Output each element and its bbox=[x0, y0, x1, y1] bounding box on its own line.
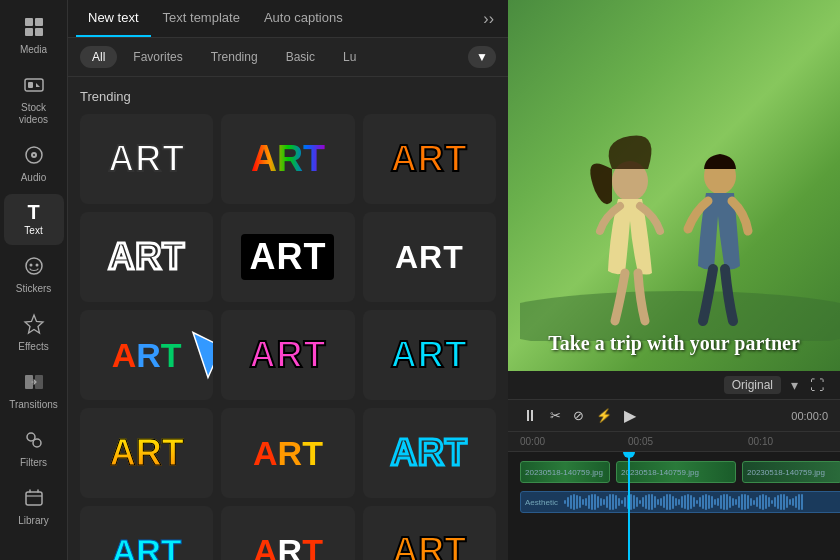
split-button[interactable]: ⚡ bbox=[594, 406, 614, 425]
text-panel: New text Text template Auto captions ›› … bbox=[68, 0, 508, 560]
svg-point-16 bbox=[33, 439, 41, 447]
chevron-down-icon: ▾ bbox=[791, 377, 798, 393]
track-row-audio: Aesthetic // generate wave bars inline d… bbox=[508, 488, 840, 516]
filter-all[interactable]: All bbox=[80, 46, 117, 68]
art-card-3[interactable]: ART bbox=[363, 114, 496, 204]
tab-new-text[interactable]: New text bbox=[76, 0, 151, 37]
sidebar-item-media[interactable]: Media bbox=[4, 8, 64, 64]
art-card-12[interactable]: ART bbox=[363, 408, 496, 498]
fullscreen-button[interactable]: ⛶ bbox=[806, 375, 828, 395]
art-text-6: ART bbox=[395, 239, 464, 276]
sidebar-item-library[interactable]: Library bbox=[4, 479, 64, 535]
filter-basic[interactable]: Basic bbox=[274, 46, 327, 68]
ruler-mark-2: 00:10 bbox=[748, 436, 773, 447]
cursor-arrow-icon bbox=[188, 328, 213, 383]
svg-point-8 bbox=[33, 154, 35, 156]
timeline-time: 00:00:0 bbox=[791, 410, 828, 422]
ruler-mark-1: 00:05 bbox=[628, 436, 653, 447]
track-clip-1[interactable]: 20230518-140759.jpg bbox=[520, 461, 610, 483]
sidebar-item-stickers-label: Stickers bbox=[16, 283, 52, 295]
art-grid: ART ART ART ART ART ART ART bbox=[80, 114, 496, 560]
sidebar-item-effects-label: Effects bbox=[18, 341, 48, 353]
library-icon bbox=[23, 487, 45, 512]
art-card-11[interactable]: ART bbox=[221, 408, 354, 498]
filter-trending[interactable]: Trending bbox=[199, 46, 270, 68]
tab-auto-captions[interactable]: Auto captions bbox=[252, 0, 355, 37]
stickers-icon bbox=[23, 255, 45, 280]
art-text-12: ART bbox=[391, 432, 468, 474]
art-text-8: ART bbox=[249, 334, 326, 376]
tabs-chevron-icon[interactable]: ›› bbox=[477, 6, 500, 32]
sidebar-item-audio-label: Audio bbox=[21, 172, 47, 184]
svg-rect-1 bbox=[35, 18, 43, 26]
svg-point-11 bbox=[35, 264, 38, 267]
art-card-10[interactable]: ART bbox=[80, 408, 213, 498]
sidebar-item-media-label: Media bbox=[20, 44, 47, 56]
art-card-15[interactable]: ART bbox=[363, 506, 496, 560]
art-card-14[interactable]: ART bbox=[221, 506, 354, 560]
sidebar-item-transitions[interactable]: Transitions bbox=[4, 363, 64, 419]
effects-icon bbox=[23, 313, 45, 338]
original-badge[interactable]: Original bbox=[724, 376, 781, 394]
track-clip-audio[interactable]: Aesthetic // generate wave bars inline d… bbox=[520, 491, 840, 513]
sidebar-item-text-label: Text bbox=[24, 225, 42, 237]
filter-dropdown[interactable]: ▼ bbox=[468, 46, 496, 68]
svg-rect-3 bbox=[35, 28, 43, 36]
art-card-6[interactable]: ART bbox=[363, 212, 496, 302]
video-subtitle: Take a trip with your partner bbox=[548, 332, 800, 355]
track-clip-3[interactable]: 20230518-140759.jpg bbox=[742, 461, 840, 483]
art-text-4: ART bbox=[108, 236, 185, 278]
art-text-13: ART bbox=[112, 532, 182, 561]
filter-lu[interactable]: Lu bbox=[331, 46, 368, 68]
art-text-3: ART bbox=[391, 138, 468, 180]
sidebar: Media Stock videos Audio T Text bbox=[0, 0, 68, 560]
sidebar-item-effects[interactable]: Effects bbox=[4, 305, 64, 361]
svg-rect-4 bbox=[25, 79, 43, 91]
art-card-7[interactable]: ART bbox=[80, 310, 213, 400]
sidebar-item-audio[interactable]: Audio bbox=[4, 136, 64, 192]
art-card-2[interactable]: ART bbox=[221, 114, 354, 204]
art-card-1[interactable]: ART bbox=[80, 114, 213, 204]
art-card-9[interactable]: ART bbox=[363, 310, 496, 400]
sidebar-item-stock-label: Stock videos bbox=[8, 102, 60, 126]
filter-favorites[interactable]: Favorites bbox=[121, 46, 194, 68]
art-card-5[interactable]: ART bbox=[221, 212, 354, 302]
timeline-ruler: 00:00 00:05 00:10 bbox=[508, 432, 840, 452]
timeline-playhead[interactable] bbox=[628, 452, 630, 560]
pause-button[interactable]: ⏸ bbox=[520, 405, 540, 427]
art-text-10: ART bbox=[110, 432, 184, 474]
svg-point-9 bbox=[26, 258, 42, 274]
sidebar-item-stickers[interactable]: Stickers bbox=[4, 247, 64, 303]
filters-icon bbox=[23, 429, 45, 454]
panel-tabs: New text Text template Auto captions ›› bbox=[68, 0, 508, 38]
trending-section-title: Trending bbox=[80, 89, 496, 104]
tab-text-template[interactable]: Text template bbox=[151, 0, 252, 37]
transitions-icon bbox=[23, 371, 45, 396]
art-text-15: ART bbox=[392, 530, 466, 560]
svg-rect-17 bbox=[26, 492, 42, 505]
svg-marker-18 bbox=[193, 333, 213, 378]
play-button[interactable]: ▶ bbox=[622, 404, 638, 427]
art-card-8[interactable]: ART bbox=[221, 310, 354, 400]
video-preview: Take a trip with your partner bbox=[508, 0, 840, 371]
delete-button[interactable]: ⊘ bbox=[571, 406, 586, 425]
art-card-4[interactable]: ART bbox=[80, 212, 213, 302]
right-area: Take a trip with your partner Original ▾… bbox=[508, 0, 840, 560]
timeline-tracks: 20230518-140759.jpg 20230518-140759.jpg … bbox=[508, 452, 840, 560]
svg-rect-5 bbox=[28, 82, 33, 88]
art-text-5: ART bbox=[241, 234, 334, 280]
art-text-1: ART bbox=[108, 138, 185, 180]
media-icon bbox=[23, 16, 45, 41]
sidebar-item-stock[interactable]: Stock videos bbox=[4, 66, 64, 134]
track-clip-2[interactable]: 20230518-140759.jpg bbox=[616, 461, 736, 483]
svg-rect-0 bbox=[25, 18, 33, 26]
sidebar-item-text[interactable]: T Text bbox=[4, 194, 64, 245]
filter-row: All Favorites Trending Basic Lu ▼ bbox=[68, 38, 508, 77]
sidebar-item-filters[interactable]: Filters bbox=[4, 421, 64, 477]
track-row-video: 20230518-140759.jpg 20230518-140759.jpg … bbox=[508, 458, 840, 486]
panel-content: Trending ART ART ART ART ART ART bbox=[68, 77, 508, 560]
art-text-2: ART bbox=[251, 138, 325, 180]
cut-button[interactable]: ✂ bbox=[548, 406, 563, 425]
timeline: ⏸ ✂ ⊘ ⚡ ▶ 00:00:0 00:00 00:05 00:10 2023… bbox=[508, 400, 840, 560]
art-card-13[interactable]: ART bbox=[80, 506, 213, 560]
